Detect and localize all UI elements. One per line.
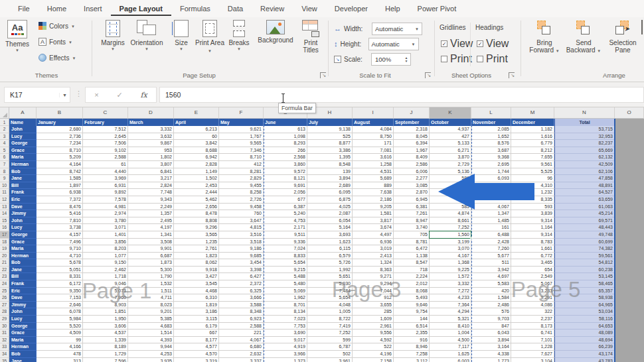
total-cell[interactable]: 53,034 xyxy=(554,308,615,316)
value-cell[interactable]: 6,115 xyxy=(307,245,353,253)
value-cell[interactable]: 3,386 xyxy=(307,147,353,154)
gridlines-print-checkbox[interactable]: Print xyxy=(441,53,472,65)
value-cell[interactable]: 1,258 xyxy=(353,161,394,168)
value-cell[interactable]: 1,004 xyxy=(430,330,471,337)
value-cell[interactable]: 9,314 xyxy=(511,217,554,225)
value-cell[interactable]: 4,697 xyxy=(471,273,511,280)
value-cell[interactable]: 3,164 xyxy=(471,343,511,351)
tab-data[interactable]: Data xyxy=(219,1,252,17)
tab-view[interactable]: View xyxy=(293,1,326,17)
value-cell[interactable]: 4,084 xyxy=(353,126,394,133)
total-cell[interactable]: 62,106 xyxy=(554,168,615,176)
value-cell[interactable]: 4,338 xyxy=(471,351,511,358)
total-cell[interactable]: 54,812 xyxy=(554,259,615,267)
value-cell[interactable]: 1,235 xyxy=(174,239,219,246)
name-cell[interactable]: George xyxy=(9,231,37,239)
value-cell[interactable]: 8,947 xyxy=(394,217,430,225)
column-header-B[interactable]: B xyxy=(37,107,83,119)
value-cell[interactable]: 3,565 xyxy=(174,231,219,239)
tab-help[interactable]: Help xyxy=(376,1,409,17)
value-cell[interactable]: 5,726 xyxy=(307,259,353,267)
value-cell[interactable]: 9,368 xyxy=(471,154,511,161)
row-header-15[interactable]: 15 xyxy=(0,217,9,225)
name-cell[interactable]: Eric xyxy=(9,196,37,204)
value-cell[interactable]: 2,695 xyxy=(471,161,511,168)
value-cell[interactable]: 7,258 xyxy=(394,351,430,358)
scale-to-fit-dialog-launcher[interactable]: ↘ xyxy=(425,72,431,78)
value-cell[interactable]: 3,427 xyxy=(174,273,219,280)
value-cell[interactable]: 2,186 xyxy=(353,196,394,204)
value-cell[interactable]: 171 xyxy=(353,140,394,147)
value-cell[interactable]: 1,773 xyxy=(471,358,511,362)
value-cell[interactable]: 2,085 xyxy=(471,126,511,133)
value-cell[interactable]: 9,150 xyxy=(83,259,128,267)
header-cell-november[interactable]: November xyxy=(471,119,511,126)
value-cell[interactable]: 9,561 xyxy=(511,161,554,168)
formula-bar-grip[interactable]: ⋮ xyxy=(75,90,82,98)
header-cell-january[interactable]: January xyxy=(37,119,83,126)
value-cell[interactable]: 8,363 xyxy=(353,267,394,274)
value-cell[interactable]: 5,480 xyxy=(264,280,307,288)
value-cell[interactable]: 9,621 xyxy=(219,126,264,133)
total-cell[interactable]: 65,669 xyxy=(554,147,615,154)
value-cell[interactable]: 2,428 xyxy=(471,239,511,246)
row-header-5[interactable]: 5 xyxy=(0,147,9,154)
value-cell[interactable]: 8,203 xyxy=(83,245,128,253)
name-cell[interactable]: Jimmy xyxy=(9,302,37,309)
value-cell[interactable]: 8,722 xyxy=(307,316,353,323)
value-cell[interactable]: 61 xyxy=(83,161,128,168)
value-cell[interactable]: 285 xyxy=(353,308,394,316)
value-cell[interactable]: 1,585 xyxy=(37,175,83,182)
value-cell[interactable]: 8,781 xyxy=(394,239,430,246)
value-cell[interactable]: 6,779 xyxy=(511,140,554,147)
value-cell[interactable]: 8,348 xyxy=(219,308,264,316)
value-cell[interactable]: 4,919 xyxy=(264,343,307,351)
value-cell[interactable]: 3,780 xyxy=(83,217,128,225)
selected-cell-outline[interactable] xyxy=(429,231,471,239)
value-cell[interactable]: 3,545 xyxy=(174,280,219,288)
value-cell[interactable]: 511 xyxy=(471,259,511,267)
value-cell[interactable]: 8,173 xyxy=(511,323,554,330)
value-cell[interactable]: 1,897 xyxy=(37,182,83,190)
row-header-3[interactable]: 3 xyxy=(0,133,9,141)
print-titles-button[interactable]: Print Titles xyxy=(297,20,324,54)
value-cell[interactable]: 8,293 xyxy=(264,140,307,147)
column-header-I[interactable]: I xyxy=(353,107,394,119)
total-cell[interactable]: 48,443 xyxy=(554,224,615,231)
value-cell[interactable]: 2,729 xyxy=(430,161,471,168)
value-cell[interactable]: 8,121 xyxy=(264,175,307,182)
value-cell[interactable]: 8,710 xyxy=(219,154,264,161)
value-cell[interactable]: 6,488 xyxy=(471,231,511,239)
value-cell[interactable]: 8,750 xyxy=(353,133,394,141)
value-cell[interactable]: 3,085 xyxy=(394,182,430,190)
name-cell[interactable]: Jane xyxy=(9,175,37,182)
value-cell[interactable]: 1,992 xyxy=(307,267,353,274)
value-cell[interactable]: 4,537 xyxy=(83,330,128,337)
value-cell[interactable]: 8,877 xyxy=(307,140,353,147)
value-cell[interactable]: 8,478 xyxy=(174,210,219,217)
row-header-29[interactable]: 29 xyxy=(0,316,9,323)
value-cell[interactable]: 4,048 xyxy=(307,302,353,309)
value-cell[interactable]: 3,115 xyxy=(174,316,219,323)
row-header-2[interactable]: 2 xyxy=(0,126,9,133)
row-header-19[interactable]: 19 xyxy=(0,245,9,253)
value-cell[interactable]: 6,741 xyxy=(511,330,554,337)
value-cell[interactable]: 9,017 xyxy=(264,337,307,344)
value-cell[interactable]: 3,199 xyxy=(430,239,471,246)
total-cell[interactable]: 48,891 xyxy=(554,182,615,190)
name-cell[interactable]: Lucy xyxy=(9,133,37,141)
value-cell[interactable]: 8,710 xyxy=(37,147,83,154)
total-cell[interactable]: 60,699 xyxy=(554,239,615,246)
column-header-N[interactable]: N xyxy=(554,107,615,119)
row-header-9[interactable]: 9 xyxy=(0,175,9,182)
row-header-14[interactable]: 14 xyxy=(0,210,9,217)
height-dropdown[interactable]: Automatic▼ xyxy=(368,38,419,50)
value-cell[interactable]: 2,372 xyxy=(219,280,264,288)
value-cell[interactable]: 7,261 xyxy=(394,210,430,217)
value-cell[interactable]: 502 xyxy=(307,351,353,358)
value-cell[interactable]: 2,486 xyxy=(471,302,511,309)
total-cell[interactable]: 42,509 xyxy=(554,161,615,168)
value-cell[interactable]: 2,646 xyxy=(37,302,83,309)
value-cell[interactable]: 144 xyxy=(394,316,430,323)
value-cell[interactable]: 9,455 xyxy=(219,182,264,190)
